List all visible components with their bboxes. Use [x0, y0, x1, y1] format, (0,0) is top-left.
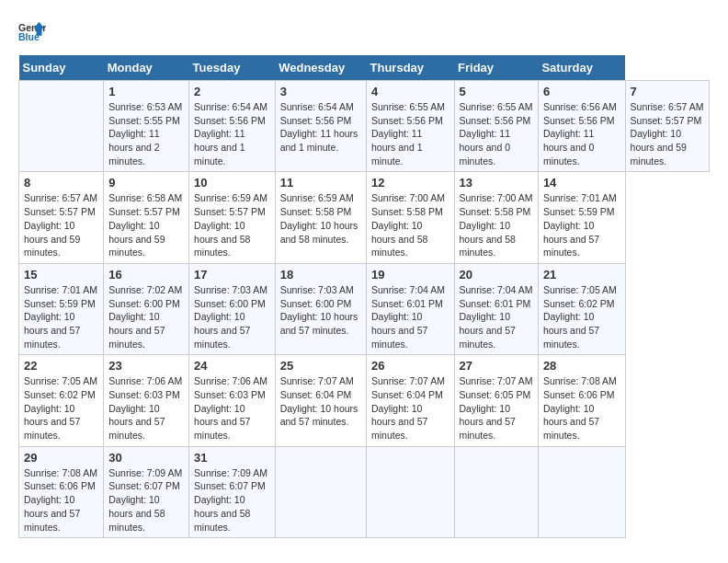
day-info: Sunrise: 6:54 AM Sunset: 5:56 PM Dayligh…	[194, 100, 270, 167]
calendar-header-row: SundayMondayTuesdayWednesdayThursdayFrid…	[19, 55, 710, 81]
calendar-cell: 22Sunrise: 7:05 AM Sunset: 6:02 PM Dayli…	[19, 355, 104, 446]
calendar-cell: 29Sunrise: 7:08 AM Sunset: 6:06 PM Dayli…	[19, 446, 104, 537]
calendar-cell: 31Sunrise: 7:09 AM Sunset: 6:07 PM Dayli…	[189, 446, 276, 537]
calendar-cell: 19Sunrise: 7:04 AM Sunset: 6:01 PM Dayli…	[367, 263, 455, 354]
calendar-cell	[454, 446, 538, 537]
column-header-sunday: Sunday	[19, 55, 104, 81]
day-info: Sunrise: 7:06 AM Sunset: 6:03 PM Dayligh…	[108, 374, 184, 442]
calendar-cell: 5Sunrise: 6:55 AM Sunset: 5:56 PM Daylig…	[454, 81, 538, 172]
day-number: 12	[371, 176, 449, 190]
day-number: 1	[108, 85, 184, 98]
calendar-week-row: 1Sunrise: 6:53 AM Sunset: 5:55 PM Daylig…	[19, 81, 710, 172]
page-header: General Blue	[18, 18, 710, 46]
day-info: Sunrise: 6:55 AM Sunset: 5:56 PM Dayligh…	[371, 100, 449, 167]
calendar-cell: 17Sunrise: 7:03 AM Sunset: 6:00 PM Dayli…	[189, 263, 276, 354]
day-number: 7	[631, 85, 704, 98]
calendar-cell: 12Sunrise: 7:00 AM Sunset: 5:58 PM Dayli…	[367, 172, 455, 263]
day-info: Sunrise: 7:08 AM Sunset: 6:06 PM Dayligh…	[24, 466, 98, 534]
day-info: Sunrise: 6:59 AM Sunset: 5:57 PM Dayligh…	[194, 191, 270, 259]
calendar-week-row: 8Sunrise: 6:57 AM Sunset: 5:57 PM Daylig…	[19, 172, 710, 263]
calendar-cell: 8Sunrise: 6:57 AM Sunset: 5:57 PM Daylig…	[19, 172, 104, 263]
day-number: 20	[460, 268, 533, 282]
day-number: 17	[194, 268, 270, 282]
day-info: Sunrise: 6:53 AM Sunset: 5:55 PM Dayligh…	[108, 100, 184, 167]
day-info: Sunrise: 7:00 AM Sunset: 5:58 PM Dayligh…	[371, 191, 449, 259]
day-number: 4	[371, 85, 449, 98]
day-number: 25	[280, 359, 361, 373]
day-number: 9	[108, 176, 184, 190]
day-number: 14	[543, 176, 620, 190]
calendar-cell: 18Sunrise: 7:03 AM Sunset: 6:00 PM Dayli…	[275, 263, 366, 354]
calendar-cell	[367, 446, 455, 537]
svg-text:Blue: Blue	[18, 31, 40, 42]
column-header-wednesday: Wednesday	[275, 55, 366, 81]
day-number: 24	[194, 359, 270, 373]
day-number: 15	[24, 268, 98, 282]
column-header-saturday: Saturday	[538, 55, 625, 81]
calendar-cell	[538, 446, 625, 537]
day-number: 11	[280, 176, 361, 190]
calendar-cell: 11Sunrise: 6:59 AM Sunset: 5:58 PM Dayli…	[275, 172, 366, 263]
day-info: Sunrise: 6:58 AM Sunset: 5:57 PM Dayligh…	[108, 191, 184, 259]
day-number: 30	[108, 451, 184, 465]
day-info: Sunrise: 7:01 AM Sunset: 5:59 PM Dayligh…	[24, 283, 98, 350]
calendar-cell: 26Sunrise: 7:07 AM Sunset: 6:04 PM Dayli…	[367, 355, 455, 446]
day-info: Sunrise: 7:09 AM Sunset: 6:07 PM Dayligh…	[108, 466, 184, 534]
day-number: 23	[108, 359, 184, 373]
day-number: 18	[280, 268, 361, 282]
calendar-cell: 28Sunrise: 7:08 AM Sunset: 6:06 PM Dayli…	[538, 355, 625, 446]
calendar-cell: 20Sunrise: 7:04 AM Sunset: 6:01 PM Dayli…	[454, 263, 538, 354]
day-number: 29	[24, 451, 98, 465]
calendar-cell: 30Sunrise: 7:09 AM Sunset: 6:07 PM Dayli…	[104, 446, 189, 537]
logo: General Blue	[18, 18, 46, 46]
calendar-cell: 16Sunrise: 7:02 AM Sunset: 6:00 PM Dayli…	[104, 263, 189, 354]
calendar-week-row: 22Sunrise: 7:05 AM Sunset: 6:02 PM Dayli…	[19, 355, 710, 446]
calendar-cell: 7Sunrise: 6:57 AM Sunset: 5:57 PM Daylig…	[625, 81, 709, 172]
column-header-thursday: Thursday	[367, 55, 455, 81]
day-info: Sunrise: 7:04 AM Sunset: 6:01 PM Dayligh…	[371, 283, 449, 350]
day-info: Sunrise: 7:09 AM Sunset: 6:07 PM Dayligh…	[194, 466, 270, 534]
day-number: 28	[543, 359, 620, 373]
day-number: 16	[108, 268, 184, 282]
calendar-cell: 14Sunrise: 7:01 AM Sunset: 5:59 PM Dayli…	[538, 172, 625, 263]
day-info: Sunrise: 7:05 AM Sunset: 6:02 PM Dayligh…	[543, 283, 620, 350]
calendar-cell: 9Sunrise: 6:58 AM Sunset: 5:57 PM Daylig…	[104, 172, 189, 263]
column-header-monday: Monday	[104, 55, 189, 81]
calendar-table: SundayMondayTuesdayWednesdayThursdayFrid…	[18, 55, 710, 538]
calendar-cell: 25Sunrise: 7:07 AM Sunset: 6:04 PM Dayli…	[275, 355, 366, 446]
calendar-week-row: 15Sunrise: 7:01 AM Sunset: 5:59 PM Dayli…	[19, 263, 710, 354]
calendar-cell: 2Sunrise: 6:54 AM Sunset: 5:56 PM Daylig…	[189, 81, 276, 172]
calendar-cell: 13Sunrise: 7:00 AM Sunset: 5:58 PM Dayli…	[454, 172, 538, 263]
calendar-cell: 24Sunrise: 7:06 AM Sunset: 6:03 PM Dayli…	[189, 355, 276, 446]
column-header-friday: Friday	[454, 55, 538, 81]
calendar-week-row: 29Sunrise: 7:08 AM Sunset: 6:06 PM Dayli…	[19, 446, 710, 537]
calendar-cell: 4Sunrise: 6:55 AM Sunset: 5:56 PM Daylig…	[367, 81, 455, 172]
day-info: Sunrise: 6:55 AM Sunset: 5:56 PM Dayligh…	[460, 100, 533, 167]
day-number: 10	[194, 176, 270, 190]
day-number: 3	[280, 85, 361, 98]
calendar-cell: 6Sunrise: 6:56 AM Sunset: 5:56 PM Daylig…	[538, 81, 625, 172]
calendar-cell: 15Sunrise: 7:01 AM Sunset: 5:59 PM Dayli…	[19, 263, 104, 354]
calendar-cell: 10Sunrise: 6:59 AM Sunset: 5:57 PM Dayli…	[189, 172, 276, 263]
day-info: Sunrise: 6:57 AM Sunset: 5:57 PM Dayligh…	[631, 100, 704, 167]
day-info: Sunrise: 7:04 AM Sunset: 6:01 PM Dayligh…	[460, 283, 533, 350]
calendar-cell	[275, 446, 366, 537]
calendar-cell: 3Sunrise: 6:54 AM Sunset: 5:56 PM Daylig…	[275, 81, 366, 172]
day-info: Sunrise: 7:08 AM Sunset: 6:06 PM Dayligh…	[543, 374, 620, 442]
day-info: Sunrise: 7:07 AM Sunset: 6:04 PM Dayligh…	[371, 374, 449, 442]
day-number: 22	[24, 359, 98, 373]
day-info: Sunrise: 7:02 AM Sunset: 6:00 PM Dayligh…	[108, 283, 184, 350]
calendar-cell: 21Sunrise: 7:05 AM Sunset: 6:02 PM Dayli…	[538, 263, 625, 354]
column-header-tuesday: Tuesday	[189, 55, 276, 81]
day-info: Sunrise: 7:06 AM Sunset: 6:03 PM Dayligh…	[194, 374, 270, 442]
day-info: Sunrise: 7:03 AM Sunset: 6:00 PM Dayligh…	[280, 283, 361, 338]
day-number: 5	[460, 85, 533, 98]
calendar-cell: 27Sunrise: 7:07 AM Sunset: 6:05 PM Dayli…	[454, 355, 538, 446]
day-number: 2	[194, 85, 270, 98]
day-info: Sunrise: 6:59 AM Sunset: 5:58 PM Dayligh…	[280, 191, 361, 246]
day-info: Sunrise: 7:03 AM Sunset: 6:00 PM Dayligh…	[194, 283, 270, 350]
day-info: Sunrise: 6:57 AM Sunset: 5:57 PM Dayligh…	[24, 191, 98, 259]
day-number: 31	[194, 451, 270, 465]
day-info: Sunrise: 7:00 AM Sunset: 5:58 PM Dayligh…	[460, 191, 533, 259]
calendar-cell: 23Sunrise: 7:06 AM Sunset: 6:03 PM Dayli…	[104, 355, 189, 446]
